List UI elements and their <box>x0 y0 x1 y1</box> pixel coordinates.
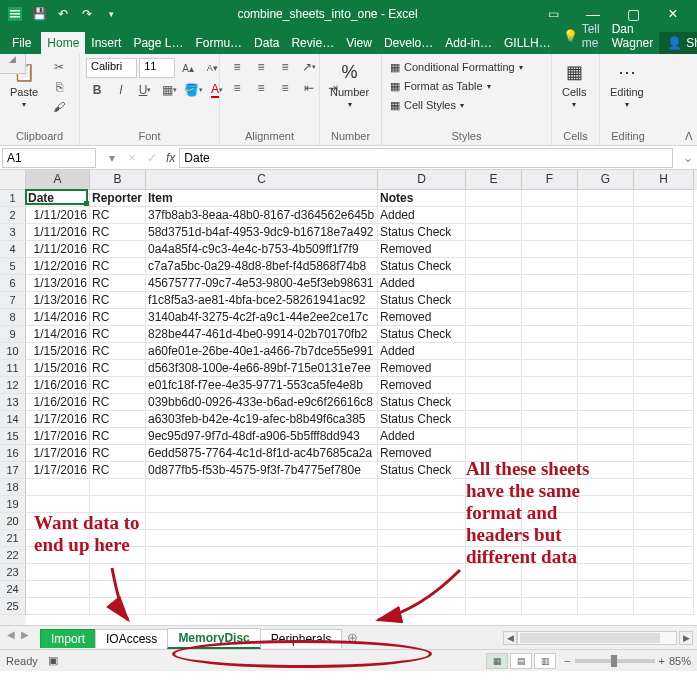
fx-icon[interactable]: fx <box>162 151 179 165</box>
cell[interactable]: 3140ab4f-3275-4c2f-a9c1-44e2ee2ce17c <box>146 309 378 326</box>
cell[interactable]: 1/13/2016 <box>26 292 90 309</box>
row-header[interactable]: 13 <box>0 394 26 411</box>
redo-icon[interactable]: ↷ <box>76 3 98 25</box>
cell[interactable] <box>146 479 378 496</box>
expand-formula-bar-icon[interactable]: ⌄ <box>679 151 697 165</box>
cell[interactable]: RC <box>90 326 146 343</box>
table-row[interactable]: DateReporterItemNotes <box>26 190 697 207</box>
cell[interactable] <box>634 581 694 598</box>
cell[interactable]: RC <box>90 360 146 377</box>
cell[interactable] <box>578 343 634 360</box>
col-header-A[interactable]: A <box>26 170 90 190</box>
cell[interactable] <box>378 564 466 581</box>
cell[interactable] <box>522 394 578 411</box>
tab-addins[interactable]: Add-in… <box>439 32 498 54</box>
row-header[interactable]: 11 <box>0 360 26 377</box>
cell[interactable] <box>522 428 578 445</box>
row-header[interactable]: 20 <box>0 513 26 530</box>
cell[interactable] <box>522 343 578 360</box>
cell[interactable] <box>378 479 466 496</box>
row-header[interactable]: 1 <box>0 190 26 207</box>
save-icon[interactable]: 💾 <box>28 3 50 25</box>
cell[interactable] <box>466 360 522 377</box>
cell[interactable] <box>634 309 694 326</box>
cell[interactable] <box>634 462 694 479</box>
cell[interactable] <box>146 581 378 598</box>
table-row[interactable]: 1/14/2016RC3140ab4f-3275-4c2f-a9c1-44e2e… <box>26 309 697 326</box>
table-row[interactable] <box>26 581 697 598</box>
cell[interactable] <box>578 547 634 564</box>
cell[interactable]: 039bb6d0-0926-433e-b6ad-e9c6f26616c8 <box>146 394 378 411</box>
table-row[interactable] <box>26 530 697 547</box>
cell[interactable]: 45675777-09c7-4e53-9800-4e5f3eb98631 <box>146 275 378 292</box>
row-header[interactable]: 3 <box>0 224 26 241</box>
cell[interactable]: Removed <box>378 377 466 394</box>
align-left-icon[interactable]: ≡ <box>226 79 248 97</box>
cell[interactable]: a6303feb-b42e-4c19-afec-b8b49f6ca385 <box>146 411 378 428</box>
cell[interactable] <box>578 207 634 224</box>
cell[interactable]: 0d877fb5-f53b-4575-9f3f-7b4775ef780e <box>146 462 378 479</box>
spreadsheet-grid[interactable]: ABCDEFGH 1234567891011121314151617181920… <box>0 170 697 625</box>
cell[interactable] <box>634 258 694 275</box>
table-row[interactable]: 1/13/2016RC45675777-09c7-4e53-9800-4e5f3… <box>26 275 697 292</box>
cell[interactable]: 37fb8ab3-8eaa-48b0-8167-d364562e645b <box>146 207 378 224</box>
cell[interactable] <box>26 598 90 615</box>
sheet-tab-import[interactable]: Import <box>40 629 96 648</box>
cell[interactable] <box>634 207 694 224</box>
cell[interactable] <box>466 496 522 513</box>
cell[interactable]: Added <box>378 275 466 292</box>
cell[interactable] <box>578 190 634 207</box>
align-center-icon[interactable]: ≡ <box>250 79 272 97</box>
cell[interactable] <box>466 428 522 445</box>
table-row[interactable] <box>26 547 697 564</box>
cell[interactable] <box>466 598 522 615</box>
tab-home[interactable]: Home <box>41 32 85 54</box>
cell[interactable] <box>634 275 694 292</box>
row-header[interactable]: 14 <box>0 411 26 428</box>
cell[interactable] <box>522 275 578 292</box>
table-row[interactable] <box>26 564 697 581</box>
table-row[interactable]: 1/14/2016RC828be447-461d-4be0-9914-02b70… <box>26 326 697 343</box>
cell[interactable] <box>578 411 634 428</box>
cell[interactable]: 1/17/2016 <box>26 411 90 428</box>
cell[interactable] <box>578 326 634 343</box>
cell[interactable] <box>466 207 522 224</box>
cell[interactable] <box>522 241 578 258</box>
cell[interactable] <box>522 258 578 275</box>
cell[interactable] <box>522 581 578 598</box>
cell[interactable]: 1/15/2016 <box>26 343 90 360</box>
cell[interactable] <box>634 190 694 207</box>
cell[interactable] <box>466 411 522 428</box>
row-header[interactable]: 5 <box>0 258 26 275</box>
cell[interactable]: Removed <box>378 445 466 462</box>
cell[interactable]: 1/17/2016 <box>26 462 90 479</box>
cell[interactable] <box>634 241 694 258</box>
view-normal-icon[interactable]: ▦ <box>486 653 508 669</box>
cell[interactable] <box>90 598 146 615</box>
sheet-nav-next-icon[interactable]: ▶ <box>18 629 32 647</box>
cell[interactable]: 1/17/2016 <box>26 428 90 445</box>
share-button[interactable]: 👤Share <box>659 32 697 54</box>
cell[interactable]: RC <box>90 275 146 292</box>
bold-button[interactable]: B <box>86 81 108 99</box>
cell[interactable] <box>522 190 578 207</box>
table-row[interactable] <box>26 598 697 615</box>
cell[interactable] <box>26 496 90 513</box>
cell[interactable]: Item <box>146 190 378 207</box>
cell[interactable] <box>522 462 578 479</box>
cell[interactable] <box>522 377 578 394</box>
italic-button[interactable]: I <box>110 81 132 99</box>
cell[interactable]: 1/15/2016 <box>26 360 90 377</box>
table-row[interactable]: 1/16/2016RCe01fc18f-f7ee-4e35-9771-553ca… <box>26 377 697 394</box>
cell[interactable] <box>522 445 578 462</box>
cell[interactable]: Added <box>378 207 466 224</box>
table-row[interactable]: 1/17/2016RCa6303feb-b42e-4c19-afec-b8b49… <box>26 411 697 428</box>
cut-icon[interactable]: ✂ <box>48 58 70 76</box>
cell[interactable] <box>466 326 522 343</box>
formula-bar[interactable] <box>179 148 673 168</box>
align-middle-icon[interactable]: ≡ <box>250 58 272 76</box>
cell[interactable] <box>466 224 522 241</box>
cell[interactable] <box>634 377 694 394</box>
cell[interactable] <box>634 479 694 496</box>
underline-button[interactable]: U▾ <box>134 81 156 99</box>
